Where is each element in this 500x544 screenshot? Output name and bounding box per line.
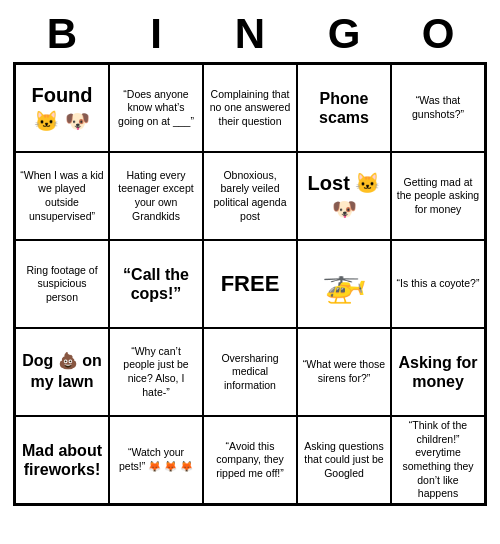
bingo-cell: Ring footage of suspicious person xyxy=(15,240,109,328)
letter-n: N xyxy=(203,10,297,58)
bingo-cell: “Think of the children!” everytime somet… xyxy=(391,416,485,504)
bingo-cell: “Watch your pets!” 🦊 🦊 🦊 xyxy=(109,416,203,504)
bingo-cell: “Is this a coyote?” xyxy=(391,240,485,328)
bingo-cell: FREE xyxy=(203,240,297,328)
title-row: B I N G O xyxy=(15,10,485,58)
bingo-grid: Found 🐱 🐶“Does anyone know what’s going … xyxy=(13,62,487,506)
bingo-cell: 🚁 xyxy=(297,240,391,328)
letter-i: I xyxy=(109,10,203,58)
bingo-cell: “Was that gunshots?” xyxy=(391,64,485,152)
bingo-cell: Phone scams xyxy=(297,64,391,152)
bingo-cell: Mad about fireworks! xyxy=(15,416,109,504)
bingo-cell: “Call the cops!” xyxy=(109,240,203,328)
bingo-cell: Dog 💩 on my lawn xyxy=(15,328,109,416)
letter-g: G xyxy=(297,10,391,58)
bingo-cell: Asking questions that could just be Goog… xyxy=(297,416,391,504)
bingo-cell: Getting mad at the people asking for mon… xyxy=(391,152,485,240)
bingo-cell: Obnoxious, barely veiled political agend… xyxy=(203,152,297,240)
bingo-cell: Oversharing medical information xyxy=(203,328,297,416)
bingo-cell: “Does anyone know what’s going on at ___… xyxy=(109,64,203,152)
letter-b: B xyxy=(15,10,109,58)
letter-o: O xyxy=(391,10,485,58)
bingo-cell: “What were those sirens for?” xyxy=(297,328,391,416)
bingo-cell: Hating every teenager except your own Gr… xyxy=(109,152,203,240)
bingo-cell: “Avoid this company, they ripped me off!… xyxy=(203,416,297,504)
bingo-cell: “When I was a kid we played outside unsu… xyxy=(15,152,109,240)
bingo-cell: Asking for money xyxy=(391,328,485,416)
bingo-cell: Lost 🐱 🐶 xyxy=(297,152,391,240)
bingo-cell: Found 🐱 🐶 xyxy=(15,64,109,152)
bingo-cell: Complaining that no one answered their q… xyxy=(203,64,297,152)
bingo-cell: “Why can’t people just be nice? Also, I … xyxy=(109,328,203,416)
